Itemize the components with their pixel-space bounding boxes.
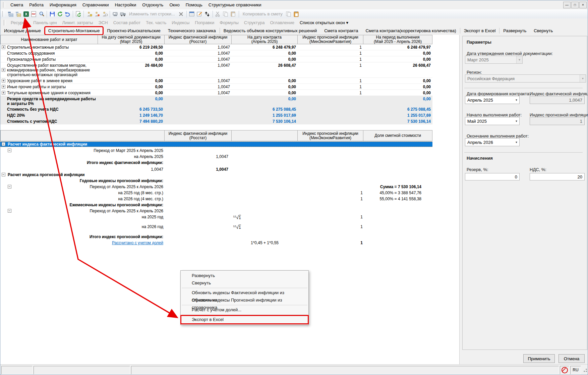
calc-row[interactable]: на 2026 год (4 мес. стр.) 1 55,00% = 4 1… bbox=[0, 196, 432, 202]
calc-row[interactable]: на 2025 год (8 мес. стр.) 1 45,00% = 3 3… bbox=[0, 190, 432, 196]
panel-limit-zatraty[interactable]: Лимит. затраты bbox=[60, 20, 96, 25]
edit-row-icon[interactable] bbox=[196, 10, 203, 18]
search-icon[interactable] bbox=[38, 10, 45, 18]
panel-popravki[interactable]: Поправки bbox=[192, 20, 217, 25]
panel-oglavlenie[interactable]: Оглавление bbox=[268, 20, 297, 25]
toolbar-grip[interactable] bbox=[3, 2, 5, 8]
copy-to-estimate-label[interactable]: Копировать в смету bbox=[240, 11, 285, 16]
calc-row[interactable]: − Переход от Апрель 2025 к Апрель 2026 bbox=[0, 208, 432, 214]
tab-smeta-kontrakta-korrektirovka[interactable]: Смета контракта(корректировка количества… bbox=[362, 26, 460, 35]
table-row[interactable]: Стоимость оборудования 0,00 1,0047 0,00 … bbox=[0, 50, 432, 56]
menu-item-calc-with-shares[interactable]: Расчет с учетом долей... bbox=[181, 306, 308, 314]
summary-row-vat[interactable]: НДС 20% 1 249 146,70 1 255 017,69 1 255 … bbox=[0, 112, 432, 118]
undo-icon[interactable] bbox=[64, 10, 71, 18]
paste-icon[interactable] bbox=[230, 10, 237, 18]
report-icon[interactable] bbox=[188, 10, 196, 18]
machine-icon[interactable] bbox=[111, 10, 119, 18]
sort-updown-icon[interactable] bbox=[203, 10, 211, 18]
person-badge-icon[interactable] bbox=[93, 10, 101, 18]
collapse-icon[interactable]: − bbox=[2, 173, 5, 176]
forecast-index-input[interactable]: 1 bbox=[530, 117, 585, 125]
tree-collapse-icon[interactable] bbox=[7, 10, 14, 18]
calc-row[interactable]: на 2025 год 12√1 1 bbox=[0, 214, 432, 223]
end-date-select[interactable]: Апрель 2026 ▼ bbox=[465, 138, 520, 146]
calculated-with-shares-link[interactable]: Рассчитано с учетом долей bbox=[0, 240, 163, 245]
calc-row[interactable]: − Расчет индекса прогнозной инфляции bbox=[0, 172, 432, 178]
menu-item-export-excel[interactable]: Экспорт в Excel bbox=[181, 316, 308, 323]
excel-export-icon[interactable]: X bbox=[22, 10, 30, 18]
cancel-button[interactable]: Отмена bbox=[558, 354, 585, 363]
tab-svernut[interactable]: Свернуть bbox=[530, 26, 556, 35]
menu-strukturnye-spravochniki[interactable]: Структурные справочники bbox=[205, 1, 264, 9]
expand-icon[interactable]: + bbox=[2, 91, 5, 95]
menu-item-update-forecast-indexes[interactable]: Обновить индексы Прогнозной инфляции из … bbox=[181, 297, 308, 304]
menu-item-svernut[interactable]: Свернуть bbox=[181, 279, 308, 287]
menu-rabota[interactable]: Работа bbox=[26, 1, 47, 9]
copy-icon[interactable] bbox=[222, 10, 230, 18]
fact-index-input[interactable]: 1,0047 bbox=[530, 96, 585, 104]
tab-export-excel[interactable]: Экспорт в Excel bbox=[460, 26, 499, 35]
approval-date-select[interactable]: Март 2025 ▼ bbox=[465, 56, 523, 64]
tab-tehnicheskogo-zakazchika[interactable]: Технического заказчика bbox=[164, 26, 220, 35]
tab-smeta-kontrakta[interactable]: Смета контракта bbox=[320, 26, 362, 35]
tab-vedomost-obyomov[interactable]: Ведомость объёмов конструктивных решений bbox=[220, 26, 320, 35]
region-select[interactable]: Российская Федерация ▼ bbox=[465, 74, 586, 83]
panel-sostav-rabot[interactable]: Состав работ bbox=[111, 20, 143, 25]
clipboard-icon[interactable] bbox=[293, 10, 300, 18]
toolbar-grip[interactable] bbox=[2, 11, 4, 17]
table-row[interactable]: +Удорожание работ в зимнее время 0,00 1,… bbox=[0, 78, 432, 84]
calc-row[interactable]: Рассчитано с учетом долей 1*0,45 + 1*0,5… bbox=[0, 240, 432, 246]
language-indicator[interactable]: RU bbox=[570, 366, 581, 374]
summary-row-reserve[interactable]: Резерв средств на непредвиденные работы … bbox=[0, 96, 432, 106]
menu-pomosch[interactable]: Помощь bbox=[183, 1, 205, 9]
transport-icon[interactable] bbox=[119, 10, 127, 18]
close-button[interactable]: × bbox=[579, 2, 587, 8]
table-row[interactable]: Пусконаладочные работы 0,00 1,0047 0,00 … bbox=[0, 56, 432, 62]
expand-icon[interactable]: + bbox=[2, 85, 5, 89]
copy-sheet-icon[interactable] bbox=[285, 10, 293, 18]
menu-nastroyki[interactable]: Настройки bbox=[112, 1, 139, 9]
summary-row-with-vat[interactable]: Стоимость с учетом НДС 7 494 880,20 7 53… bbox=[0, 118, 432, 124]
expand-icon[interactable]: + bbox=[2, 45, 5, 49]
save-icon[interactable] bbox=[48, 10, 56, 18]
menu-item-razvernut[interactable]: Развернуть bbox=[181, 272, 308, 279]
refresh-document-icon[interactable] bbox=[74, 10, 82, 18]
start-date-select[interactable]: Май 2025 ▼ bbox=[465, 117, 520, 125]
menu-item-update-fact-indexes[interactable]: Обновить индексы Фактической инфляции из… bbox=[181, 289, 308, 297]
expand-icon[interactable]: + bbox=[2, 79, 5, 83]
maximize-button[interactable]: □ bbox=[571, 2, 579, 8]
panel-formuly[interactable]: Формулы bbox=[217, 20, 241, 25]
panel-esn[interactable]: ЭСН bbox=[96, 20, 111, 25]
contract-date-select[interactable]: Апрель 2025 ▼ bbox=[465, 96, 520, 104]
collapse-icon[interactable]: − bbox=[2, 142, 5, 146]
tab-stroitelno-montazhnye[interactable]: Строительно-Монтажные bbox=[45, 26, 104, 35]
menu-otdohnut[interactable]: Отдохнуть bbox=[139, 1, 166, 9]
change-row-type-label[interactable]: Изменить тип строки... bbox=[127, 11, 177, 16]
refresh-icon[interactable] bbox=[56, 10, 64, 18]
selected-row-fact-inflation[interactable]: − Расчет индекса фактической инфляции bbox=[0, 142, 432, 147]
table-row[interactable]: +Титульные временные здания и сооружения… bbox=[0, 90, 432, 96]
tab-proektno-izyskatelskie[interactable]: Проектно-Изыскательские bbox=[103, 26, 164, 35]
panel-teh-chast[interactable]: Тех. часть bbox=[143, 20, 169, 25]
menu-spravochniki[interactable]: Справочники bbox=[79, 1, 112, 9]
vat-input[interactable]: 20 bbox=[530, 173, 585, 180]
summary-row-without-vat[interactable]: Стоимость без учета НДС 6 245 733,50 6 2… bbox=[0, 106, 432, 112]
cut-icon[interactable] bbox=[214, 10, 222, 18]
delete-x-icon[interactable] bbox=[177, 10, 185, 18]
calc-row[interactable]: − Переход от Март 2025 к Апрель 2025 bbox=[0, 148, 432, 154]
expand-icon[interactable]: + bbox=[2, 68, 5, 72]
resize-grip[interactable] bbox=[583, 368, 587, 372]
panel-struktura[interactable]: Структура bbox=[241, 20, 268, 25]
table-row[interactable]: +Иные прочие работы и затраты 0,00 1,004… bbox=[0, 84, 432, 90]
table-row[interactable]: +Строительно-монтажные работы 6 219 249,… bbox=[0, 44, 432, 50]
apply-button[interactable]: Применить bbox=[523, 354, 555, 363]
person-comment-icon[interactable] bbox=[101, 10, 108, 18]
tab-ishodnye-dannye[interactable]: Исходные данные bbox=[0, 26, 45, 35]
menu-smeta[interactable]: Смета bbox=[7, 1, 26, 9]
toolbar-grip[interactable] bbox=[4, 20, 6, 25]
open-windows-list[interactable]: Список открытых окон ▾ bbox=[297, 20, 351, 25]
calc-row[interactable]: на Апрель 2025 1,0047 bbox=[0, 154, 432, 160]
reserve-input[interactable]: 0 bbox=[465, 173, 520, 180]
minimize-button[interactable]: — bbox=[563, 2, 571, 8]
tree-structure-icon[interactable] bbox=[14, 10, 22, 18]
